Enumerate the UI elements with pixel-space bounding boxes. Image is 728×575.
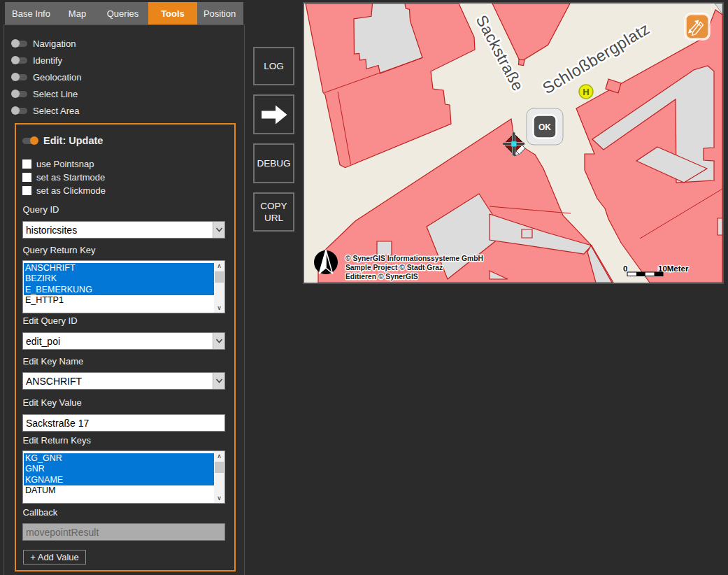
svg-text:Sample Project © Stadt Graz: Sample Project © Stadt Graz [345,264,443,271]
svg-text:10Meter: 10Meter [658,264,689,273]
svg-text:OK: OK [538,122,551,132]
svg-text:© SynerGIS Informationssysteme: © SynerGIS Informationssysteme GmbH [345,255,483,262]
svg-text:H: H [583,87,589,97]
svg-text:0: 0 [623,264,627,273]
svg-text:Editieren © SynerGIS: Editieren © SynerGIS [345,273,418,281]
